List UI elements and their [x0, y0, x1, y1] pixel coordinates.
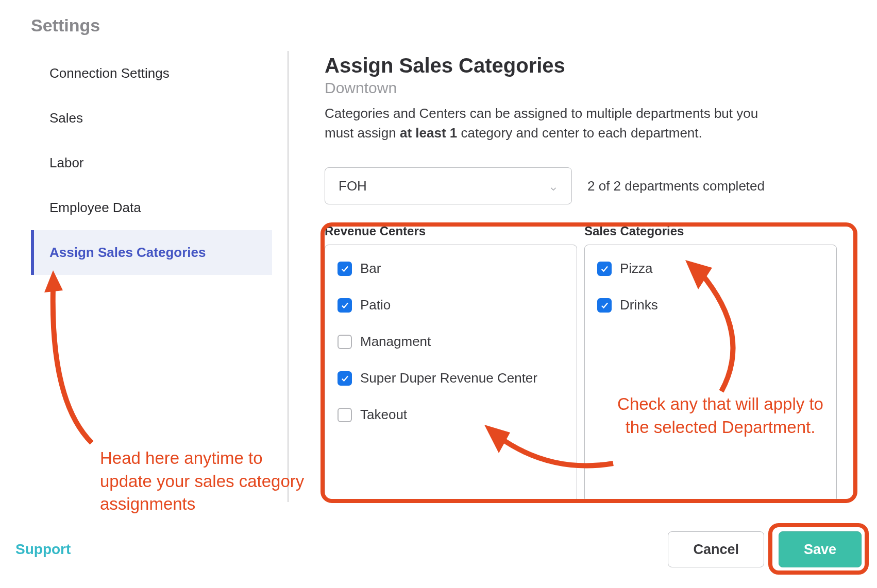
- sales-categories-column: Sales Categories Pizza Drinks: [584, 224, 837, 502]
- desc-post: category and center to each department.: [457, 125, 702, 141]
- sales-item: Pizza: [597, 261, 824, 276]
- content-area: Assign Sales Categories Downtown Categor…: [289, 51, 846, 502]
- sales-categories-header: Sales Categories: [584, 224, 837, 238]
- checkbox-managment[interactable]: [338, 335, 352, 349]
- department-select[interactable]: FOH: [325, 167, 572, 204]
- save-button[interactable]: Save: [779, 531, 862, 567]
- checkbox-super-duper[interactable]: [338, 371, 352, 386]
- revenue-centers-header: Revenue Centers: [325, 224, 577, 238]
- revenue-item: Managment: [338, 334, 564, 350]
- department-select-value: FOH: [339, 178, 367, 194]
- checkbox-patio[interactable]: [338, 298, 352, 313]
- content-title: Assign Sales Categories: [325, 54, 846, 77]
- checkbox-takeout[interactable]: [338, 408, 352, 422]
- page-title: Settings: [31, 15, 846, 36]
- sidebar-item-sales[interactable]: Sales: [31, 96, 272, 141]
- sidebar: Connection Settings Sales Labor Employee…: [31, 51, 289, 502]
- revenue-item: Takeout: [338, 407, 564, 423]
- sidebar-item-assign-sales-categories[interactable]: Assign Sales Categories: [31, 230, 272, 275]
- revenue-item: Super Duper Revenue Center: [338, 370, 564, 386]
- revenue-item: Patio: [338, 297, 564, 313]
- content-subtitle: Downtown: [325, 79, 846, 97]
- checkbox-drinks[interactable]: [597, 298, 612, 313]
- revenue-item-label: Super Duper Revenue Center: [360, 370, 537, 386]
- chevron-down-icon: [549, 181, 558, 191]
- support-link[interactable]: Support: [15, 541, 71, 558]
- cancel-button[interactable]: Cancel: [668, 531, 764, 567]
- desc-bold: at least 1: [400, 125, 457, 141]
- sales-item-label: Pizza: [620, 261, 653, 276]
- checkbox-bar[interactable]: [338, 262, 352, 276]
- sales-categories-box: Pizza Drinks: [584, 245, 837, 502]
- revenue-centers-box: Bar Patio Managment Super Duper Revenue …: [325, 245, 577, 502]
- sidebar-item-employee-data[interactable]: Employee Data: [31, 185, 272, 230]
- content-description: Categories and Centers can be assigned t…: [325, 104, 778, 143]
- sales-item: Drinks: [597, 297, 824, 313]
- revenue-item-label: Takeout: [360, 407, 407, 423]
- checkbox-pizza[interactable]: [597, 262, 612, 276]
- sidebar-item-connection-settings[interactable]: Connection Settings: [31, 51, 272, 96]
- revenue-item: Bar: [338, 261, 564, 276]
- revenue-item-label: Managment: [360, 334, 431, 350]
- department-status: 2 of 2 departments completed: [587, 178, 765, 194]
- sales-item-label: Drinks: [620, 297, 658, 313]
- revenue-item-label: Patio: [360, 297, 391, 313]
- sidebar-item-labor[interactable]: Labor: [31, 141, 272, 185]
- revenue-item-label: Bar: [360, 261, 381, 276]
- revenue-centers-column: Revenue Centers Bar Patio Managment: [325, 224, 577, 502]
